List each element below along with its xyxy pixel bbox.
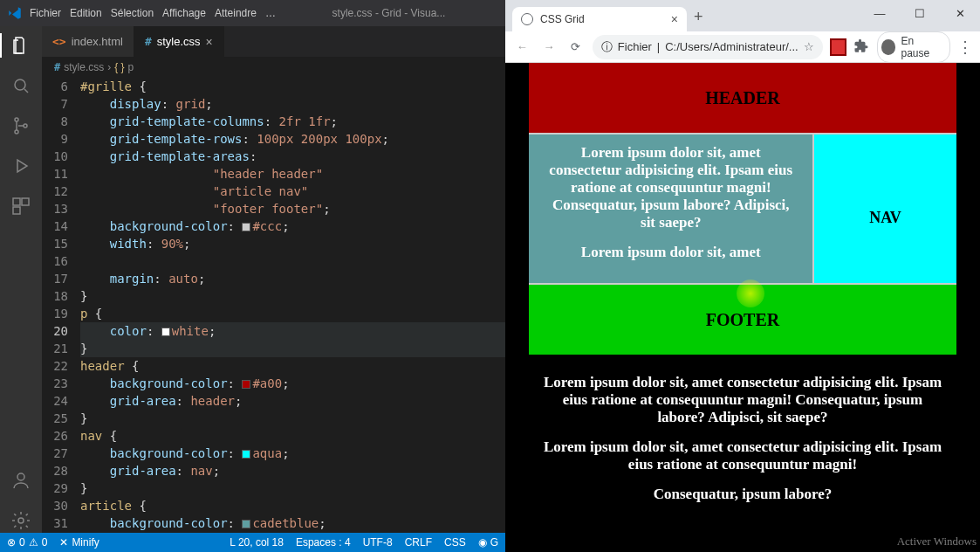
- svg-point-0: [15, 79, 25, 90]
- editor-tab[interactable]: <> index.html: [42, 26, 134, 57]
- close-icon[interactable]: ×: [671, 12, 678, 26]
- profile-chip[interactable]: En pause: [877, 31, 950, 63]
- body-text: Lorem ipsum dolor sit, amet consectetur …: [505, 355, 980, 524]
- svg-point-3: [24, 124, 27, 128]
- menu-item[interactable]: Atteindre: [215, 7, 257, 19]
- chevron-right-icon: ›: [107, 61, 111, 73]
- close-icon[interactable]: ×: [206, 35, 213, 49]
- vscode-titlebar: Fichier Edition Sélection Affichage Atte…: [0, 0, 505, 26]
- minimize-button[interactable]: —: [860, 0, 900, 26]
- line-gutter: 6789101112131415161718192021222324252627…: [42, 78, 80, 533]
- status-live[interactable]: ◉ G: [478, 536, 498, 549]
- forward-button[interactable]: →: [539, 37, 559, 58]
- globe-icon: [521, 13, 533, 25]
- menu-item[interactable]: Edition: [70, 7, 102, 19]
- svg-point-1: [15, 118, 18, 121]
- reload-button[interactable]: ⟳: [565, 37, 586, 58]
- editor-area: <> index.html # style.css × # style.css …: [42, 26, 505, 533]
- menu-item[interactable]: Fichier: [30, 7, 61, 19]
- window-controls: — ☐ ✕: [860, 0, 980, 26]
- grid-header: HEADER: [529, 63, 956, 133]
- chrome-window: CSS Grid × + — ☐ ✕ ← → ⟳ ⓘ Fichier | C:/…: [505, 0, 980, 552]
- broadcast-icon: ◉: [478, 536, 487, 549]
- grid-footer: FOOTER: [529, 285, 956, 355]
- svg-point-2: [15, 130, 18, 134]
- error-icon: ⊗: [7, 536, 16, 549]
- article-paragraph: Lorem ipsum dolor sit, amet consectetur …: [546, 144, 795, 231]
- menu-item[interactable]: Sélection: [111, 7, 154, 19]
- editor-tab-active[interactable]: # style.css ×: [134, 26, 224, 57]
- debug-icon[interactable]: [9, 154, 33, 178]
- status-encoding[interactable]: UTF-8: [363, 536, 393, 549]
- editor-tabs: <> index.html # style.css ×: [42, 26, 505, 57]
- svg-rect-6: [13, 207, 20, 214]
- page-viewport[interactable]: HEADER Lorem ipsum dolor sit, amet conse…: [505, 63, 980, 552]
- article-paragraph: Lorem ipsum dolor sit, amet: [581, 244, 761, 261]
- pause-label: En pause: [901, 35, 942, 59]
- close-button[interactable]: ✕: [940, 0, 980, 26]
- css-file-icon: #: [54, 61, 60, 73]
- kebab-menu-icon[interactable]: ⋮: [957, 38, 973, 57]
- back-button[interactable]: ←: [512, 37, 532, 58]
- info-icon[interactable]: ⓘ: [601, 39, 613, 55]
- vscode-logo-icon: [7, 5, 23, 21]
- status-bar: ⊗0 ⚠0 ✕ Minify L 20, col 18 Espaces : 4 …: [0, 533, 505, 552]
- activity-bar: [0, 26, 42, 533]
- breadcrumb-item[interactable]: # style.css: [54, 61, 104, 73]
- new-tab-button[interactable]: +: [694, 8, 703, 26]
- extensions-icon[interactable]: [9, 194, 33, 218]
- chrome-titlebar: CSS Grid × + — ☐ ✕: [505, 0, 980, 31]
- chrome-toolbar: ← → ⟳ ⓘ Fichier | C:/Users/Administrateu…: [505, 31, 980, 63]
- code-editor[interactable]: 6789101112131415161718192021222324252627…: [42, 78, 505, 533]
- status-eol[interactable]: CRLF: [405, 536, 432, 549]
- search-icon[interactable]: [9, 73, 33, 98]
- tab-label: index.html: [72, 35, 123, 48]
- account-icon[interactable]: [9, 468, 33, 493]
- x-icon: ✕: [59, 536, 68, 549]
- source-control-icon[interactable]: [9, 114, 33, 138]
- explorer-icon[interactable]: [9, 33, 33, 58]
- address-path: C:/Users/Administrateur/...: [665, 40, 798, 53]
- gear-icon[interactable]: [9, 508, 33, 533]
- cursor-highlight: [737, 279, 764, 307]
- vscode-menu: Fichier Edition Sélection Affichage Atte…: [30, 7, 276, 19]
- avatar-icon: [881, 39, 896, 55]
- status-minify[interactable]: ✕ Minify: [59, 536, 99, 549]
- breadcrumb-item[interactable]: { } p: [114, 61, 134, 73]
- menu-item[interactable]: Affichage: [162, 7, 206, 19]
- status-problems[interactable]: ⊗0 ⚠0: [7, 536, 47, 549]
- vscode-window: Fichier Edition Sélection Affichage Atte…: [0, 0, 505, 552]
- status-lang[interactable]: CSS: [444, 536, 466, 549]
- window-title: style.css - Grid - Visua...: [279, 7, 498, 19]
- status-position[interactable]: L 20, col 18: [230, 536, 284, 549]
- address-bar[interactable]: ⓘ Fichier | C:/Users/Administrateur/... …: [593, 35, 823, 59]
- html-file-icon: <>: [52, 35, 66, 48]
- breadcrumbs[interactable]: # style.css › { } p: [42, 57, 505, 78]
- windows-activation-watermark: Activer Windows: [897, 535, 977, 549]
- extensions-puzzle-icon[interactable]: [853, 38, 870, 56]
- address-scheme: Fichier: [618, 40, 652, 53]
- grid-article: Lorem ipsum dolor sit, amet consectetur …: [529, 135, 812, 283]
- svg-rect-5: [22, 198, 29, 205]
- svg-point-8: [18, 518, 24, 523]
- browser-tab[interactable]: CSS Grid ×: [512, 7, 687, 31]
- code-content[interactable]: #grille { display: grid; grid-template-c…: [80, 78, 505, 533]
- warning-icon: ⚠: [29, 536, 38, 549]
- bookmark-icon[interactable]: ☆: [804, 40, 814, 53]
- grid-container: HEADER Lorem ipsum dolor sit, amet conse…: [529, 63, 956, 355]
- grid-nav: NAV: [814, 135, 956, 283]
- extension-icon[interactable]: [830, 38, 846, 56]
- maximize-button[interactable]: ☐: [900, 0, 940, 26]
- css-file-icon: #: [145, 35, 152, 48]
- paragraph: Consequatur, ipsum labore?: [540, 486, 945, 503]
- status-spaces[interactable]: Espaces : 4: [296, 536, 351, 549]
- menu-overflow[interactable]: …: [265, 7, 276, 19]
- svg-rect-4: [13, 198, 20, 205]
- paragraph: Lorem ipsum dolor sit, amet consectetur …: [540, 438, 945, 473]
- tab-title: CSS Grid: [540, 13, 664, 25]
- paragraph: Lorem ipsum dolor sit, amet consectetur …: [540, 374, 945, 426]
- tab-label: style.css: [157, 35, 201, 48]
- selector-icon: { }: [114, 61, 124, 73]
- svg-point-7: [17, 473, 24, 480]
